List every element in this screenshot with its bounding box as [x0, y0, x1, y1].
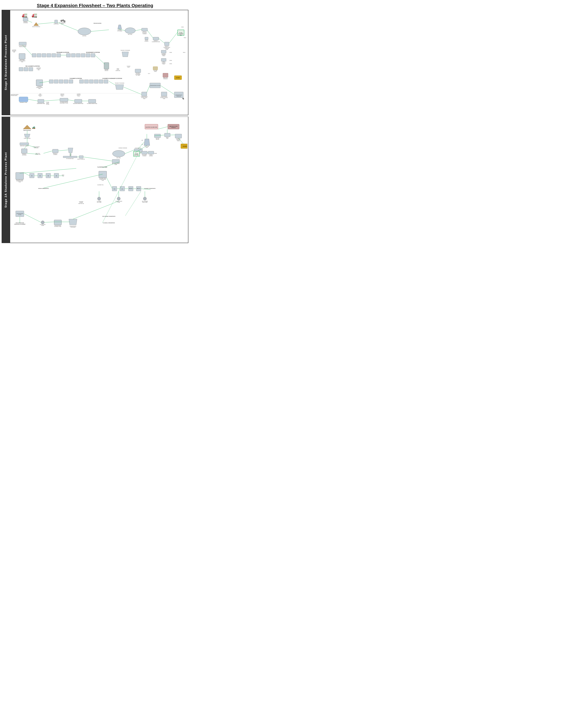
- trash-screen-2a-shape: [148, 151, 154, 154]
- concentrate-storage-tank-shape: [54, 220, 62, 225]
- concentrate-filter-2a-label2: FILTER: [18, 214, 21, 215]
- sag-mill-label: SAG MILL: [82, 35, 86, 36]
- tailings-thickener-s3-1-shape: [122, 52, 128, 57]
- smelting-tilting-furnace-label2: FURNACE: [171, 127, 176, 128]
- rougher-cell4: [47, 53, 51, 57]
- wilfrey-shaking-table-shape: [175, 134, 182, 138]
- primary-cyclones-label2: CYCLONES: [117, 30, 122, 31]
- primary-crusher-label2: CRUSHER: [23, 22, 28, 23]
- line-flotfeed-to-cond-tank: [20, 168, 76, 173]
- conc-label-s3: CONC: [181, 27, 184, 27]
- alternate-cleaner-tail-label1: ALTERNATE: [79, 201, 83, 202]
- mill-discharge-sump-shape: [112, 159, 119, 163]
- flash-flot-cell-s3-label3: CELL: [180, 35, 182, 35]
- stage3-label-bar: Stage 3 Standalone Process Plant: [2, 10, 10, 115]
- scavenger-flotation-label: SCAVENGER FLOTATION: [86, 52, 100, 53]
- truck1-icon: 🚛: [22, 12, 27, 18]
- cleaner-feed-cond-tank-label3: TANK: [101, 180, 104, 181]
- cleaner-cell5: [69, 80, 73, 83]
- cleaner-scav-flotation-label: CLEANER SCAVENGER FLOTATION: [102, 78, 122, 79]
- product-screen-label2: SCREEN: [53, 154, 57, 155]
- cleaner-cond-tank-label3: TANK: [38, 88, 41, 89]
- r2-label: R2: [39, 175, 41, 176]
- product-screen-shape: [53, 149, 58, 153]
- line-screen-to-finebin: [58, 150, 68, 151]
- line-condtank-to-r1: [24, 172, 30, 176]
- table-con-shape: [165, 133, 170, 137]
- cyclone-pack-label2: PACK: [146, 147, 148, 148]
- water-line3: [68, 100, 74, 101]
- to-fire-water-label3: SYSTEM: [46, 104, 49, 105]
- primary-crusher-2a-shape: [21, 149, 27, 153]
- rougher-cond-tank-shape: [19, 53, 25, 59]
- r3-label: R3: [48, 175, 49, 176]
- scav-cell3: [76, 53, 80, 57]
- sediment-pond-shape: [19, 97, 28, 102]
- stage3-svg: 🚛 🚛 PRIMARY CRUSHER DEAD STOCKPILE SURGE…: [11, 11, 187, 114]
- process-water-to-plant-label2: WATER TO: [60, 95, 64, 96]
- rougher-flotation-label: ROUGHER FLOTATION: [56, 52, 69, 53]
- line-thickener-to-filter-feed: [124, 87, 142, 95]
- line-recycle-to-screen: [44, 151, 53, 153]
- process-water-label: PROCESS WATER: [93, 23, 101, 24]
- conc-filter-feed-tank-shape: [142, 92, 147, 96]
- cl2-label: CL2: [114, 188, 115, 189]
- table-con-label2: CON: [166, 138, 168, 139]
- re-cleaner-cell2: [24, 67, 28, 71]
- scats-bunker-label2: BUNKER: [145, 41, 149, 42]
- water-line1: [28, 99, 38, 101]
- conc-handling-label1: CONCENTRATE: [175, 95, 182, 96]
- raw-water-to-plant-label1: RAW: [39, 94, 41, 95]
- rougher-cell3: [42, 53, 46, 57]
- loader-icon: 🚜: [32, 126, 35, 129]
- scats-bunker-shape: [145, 37, 148, 40]
- r1-label: R1: [31, 175, 32, 176]
- main-container: Stage 3 Standalone Process Plant 🚛 🚛 PRI…: [0, 10, 190, 244]
- gravity-scalp-screen-label3: SCREEN: [142, 33, 147, 34]
- tailings-thickener-s3-2-shape: [115, 84, 124, 89]
- coarse-shaking-table-label3: TABLE: [162, 55, 165, 56]
- cl1-label: CL1: [121, 188, 123, 189]
- to-fire-water-label1: TO FIRE: [46, 102, 49, 103]
- flotation-reagents2-label3: LIME: [38, 69, 39, 70]
- surge-bin-label: SURGE BIN: [53, 23, 58, 24]
- cyclone-uf-label: CYCLONE U/F: [135, 148, 141, 149]
- scav-cell2: [71, 53, 75, 57]
- scalping-screen-2a-label2: SCREEN: [142, 155, 146, 156]
- re-cleaner-cell3: [29, 67, 33, 71]
- concentrate-storage-tank-label2: STORAGE TANK: [54, 226, 61, 227]
- to-paste-plant-label2: PLANT: [127, 67, 130, 68]
- filter-feed-pump-shape: [41, 221, 44, 224]
- gold-copper-silver-label2: CONCENTRATE FOR SHIPMENT: [14, 224, 25, 225]
- cleaner-cell1: [49, 80, 53, 83]
- line-mill-to-splitter: [125, 150, 134, 154]
- to-fire-water-label2: WATER: [46, 103, 49, 104]
- underground-water-label1: UNDERGROUND WATER: [11, 94, 18, 95]
- re-cleaner-cell1: [19, 67, 23, 71]
- regrin-circuit-shape: [104, 62, 109, 69]
- coarse-shaking-table-shape: [161, 50, 166, 53]
- line-rough-conc-to-cleaner-cond: [44, 174, 103, 188]
- weightometer-label: WEIGHTOMETER: [77, 159, 85, 160]
- flotation-reagents-label3: LIME: [13, 52, 15, 52]
- scav-cell6: [91, 53, 95, 57]
- flash-flot-cell-s3-label2: FLOTATION: [178, 33, 184, 34]
- flotation-reagents2-label2: REAGENTS: [36, 68, 41, 69]
- r4-label: R4: [56, 175, 57, 176]
- line-scav-to-regrin: [95, 55, 105, 64]
- to-paste-plant-label1: TO PASTE: [127, 66, 130, 67]
- rougher-cell1: [32, 53, 36, 57]
- raw-water-to-plant-label3: PLANT: [39, 96, 41, 97]
- dore-s3-label: DORÉ: [176, 77, 180, 78]
- to-secondary-crusher-label2: CRUSHER: [34, 147, 38, 148]
- flash-flot-cell-2a-label2: FLOT CELL: [134, 154, 139, 155]
- flotation-feed-trash-screen-label2: TRASH SCREEN: [19, 46, 26, 47]
- rough-concentrate-label: ROUGH CONCENTRATE: [38, 188, 49, 189]
- electric-calcine-oven-label: ELECTRIC CALCINE OVEN: [146, 127, 157, 128]
- cl-scav-cell6: [104, 80, 108, 83]
- uf-label: U/F: [141, 144, 143, 145]
- grinding-media1: [60, 20, 62, 22]
- regrin-circuit-label2: CIRCUIT: [105, 70, 108, 71]
- ball-mill-2a-shape: [112, 150, 125, 157]
- stage2a-svg: 🚜 ROM STOCKPILE DUMP HOPPER VIBRATING FE…: [11, 118, 187, 241]
